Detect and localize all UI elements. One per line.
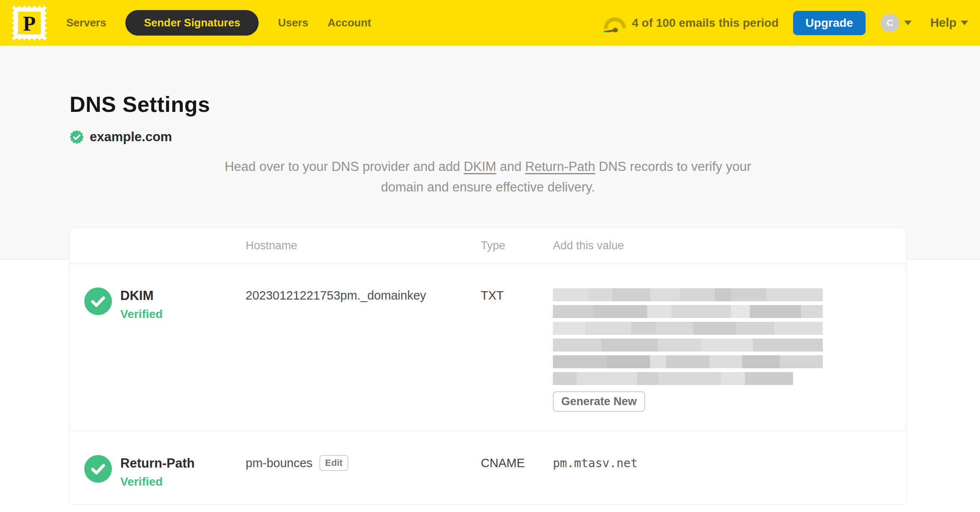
avatar: C [881, 14, 899, 32]
verified-domain: example.com [70, 129, 906, 145]
dns-records-card: Hostname Type Add this value DKIM Verifi… [70, 228, 906, 505]
usage-gauge-icon [602, 14, 627, 32]
generate-new-button[interactable]: Generate New [553, 391, 645, 412]
main-nav: Servers Sender Signatures Users Account [66, 10, 371, 36]
column-header-add-this-value: Add this value [553, 239, 906, 252]
verified-seal-icon [70, 130, 84, 144]
usage-indicator[interactable]: 4 of 100 emails this period [602, 14, 778, 32]
return-path-value: pm.mtasv.net [553, 455, 906, 489]
dns-settings-page: DNS Settings example.com Head over to yo… [70, 92, 906, 505]
table-header-row: Hostname Type Add this value [70, 228, 906, 264]
hostname-value: 20230121221753pm._domainkey [246, 289, 426, 303]
intro-part1: Head over to your DNS provider and add [225, 159, 464, 174]
redacted-line [553, 339, 823, 352]
help-label: Help [930, 16, 957, 30]
return-path-hostname: pm-bounces Edit [246, 455, 481, 489]
page-title: DNS Settings [70, 92, 906, 117]
top-navigation-bar: P Servers Sender Signatures Users Accoun… [0, 0, 980, 46]
chevron-down-icon [961, 21, 968, 25]
return-path-type: CNAME [481, 455, 553, 489]
nav-item-users[interactable]: Users [278, 16, 308, 29]
dkim-status-cell: DKIM Verified [70, 287, 246, 412]
dkim-link[interactable]: DKIM [464, 159, 496, 174]
status-badge: Verified [120, 475, 194, 489]
verified-check-icon [84, 287, 112, 315]
dkim-value-cell: Generate New [553, 287, 906, 412]
topbar-right-group: 4 of 100 emails this period Upgrade C He… [602, 11, 968, 35]
redacted-dkim-value [553, 288, 823, 385]
redacted-line [553, 355, 823, 368]
dkim-type: TXT [481, 287, 553, 412]
nav-item-servers[interactable]: Servers [66, 16, 106, 29]
help-menu[interactable]: Help [930, 16, 968, 30]
return-path-status-cell: Return-Path Verified [70, 455, 246, 489]
dkim-status-text: DKIM Verified [120, 287, 163, 321]
svg-text:P: P [23, 12, 36, 35]
status-badge: Verified [120, 308, 163, 321]
redacted-line [553, 305, 823, 318]
intro-part2: and [496, 159, 525, 174]
column-header-type: Type [481, 239, 553, 252]
edit-button[interactable]: Edit [319, 455, 349, 471]
redacted-line [553, 288, 823, 301]
chevron-down-icon [904, 21, 912, 25]
postmark-logo-icon[interactable]: P [12, 5, 47, 41]
record-name: Return-Path [120, 456, 194, 471]
record-name: DKIM [120, 288, 163, 303]
hostname-value: pm-bounces [246, 456, 313, 470]
column-header-hostname: Hostname [246, 239, 481, 252]
redacted-line [553, 372, 793, 385]
return-path-link[interactable]: Return-Path [525, 159, 595, 174]
table-row-dkim: DKIM Verified 20230121221753pm._domainke… [70, 264, 906, 431]
upgrade-button[interactable]: Upgrade [793, 11, 866, 35]
table-row-return-path: Return-Path Verified pm-bounces Edit CNA… [70, 431, 906, 504]
return-path-status-text: Return-Path Verified [120, 455, 194, 489]
domain-name: example.com [90, 129, 172, 145]
verified-check-icon [84, 455, 112, 483]
dkim-hostname: 20230121221753pm._domainkey [246, 287, 481, 412]
nav-item-account[interactable]: Account [327, 16, 371, 29]
intro-text: Head over to your DNS provider and add D… [211, 156, 765, 197]
nav-item-sender-signatures[interactable]: Sender Signatures [125, 10, 259, 36]
usage-text: 4 of 100 emails this period [632, 16, 778, 30]
account-menu[interactable]: C [881, 14, 912, 32]
redacted-line [553, 322, 823, 335]
